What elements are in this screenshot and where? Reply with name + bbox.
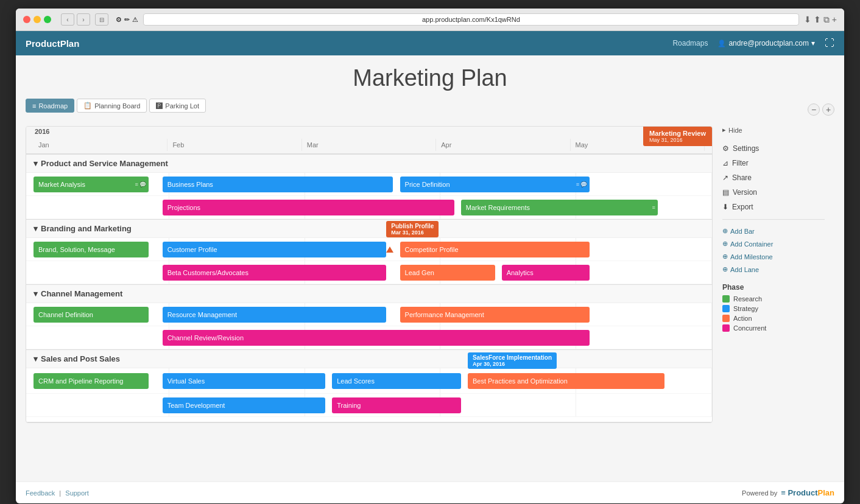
bar-channel-review[interactable]: Channel Review/Revision [163,330,590,346]
month-mar: Mar [302,139,436,151]
export-item[interactable]: ⬇ Export [722,200,825,214]
chevron-down-icon-4: ▾ [33,354,38,363]
section-channel-row-1: Channel Definition Resource Management P… [26,303,712,326]
add-bar-item[interactable]: ⊕ Add Bar [722,225,825,237]
section-sales-header[interactable]: ▾ Sales and Post Sales [26,350,712,368]
bar-market-requirements[interactable]: Market Requirements ≡ [461,200,658,215]
bar-channel-definition[interactable]: Channel Definition [33,307,149,323]
phase-research: Research [722,295,825,303]
zoom-out-button[interactable]: − [808,103,820,116]
bar-icons-3: ≡ [652,205,655,211]
minimize-button[interactable] [33,16,41,23]
tab-view-button[interactable]: ⊟ [95,13,108,26]
bar-customer-profile[interactable]: Customer Profile [163,242,387,257]
month-jan: Jan [33,139,167,151]
month-feb: Feb [167,139,301,151]
bar-virtual-sales[interactable]: Virtual Sales [163,373,325,389]
bar-lead-gen[interactable]: Lead Gen [400,265,495,281]
settings-item[interactable]: ⚙ Settings [722,141,825,156]
chevron-right-icon: ▸ [722,126,726,134]
phase-strategy: Strategy [722,305,825,312]
month-apr: Apr [436,139,570,151]
new-tab-button[interactable]: ⧉ [823,15,830,25]
section-channel: ▾ Channel Management Channe [26,285,712,350]
gantt-header: 2016 Jan Feb Mar Apr May Marketing Revie… [26,127,712,155]
section-sales: ▾ Sales and Post Sales Sale [26,350,712,422]
support-link[interactable]: Support [65,489,89,497]
section-sales-row-2: Team Development Training [26,394,712,417]
traffic-lights [23,16,51,23]
forward-button[interactable]: › [77,13,90,26]
bar-training[interactable]: Training [332,397,461,413]
add-lane-item[interactable]: ⊕ Add Lane [722,263,825,276]
bar-team-development[interactable]: Team Development [163,397,325,413]
version-item[interactable]: ▤ Version [722,185,825,200]
user-menu[interactable]: 👤 andre@productplan.com ▾ [717,39,815,47]
filter-item[interactable]: ⊿ Filter [722,156,825,170]
section-product-service-header[interactable]: ▾ Product and Service Management [26,155,712,173]
bar-best-practices[interactable]: Best Practices and Optimization [468,373,664,389]
browser-window: ‹ › ⊟ ⚙ ✏ ⚠ app.productplan.com/Kx1qwRNd… [16,9,844,503]
app-header: ProductPlan Roadmaps 👤 andre@productplan… [16,31,844,55]
add-milestone-item[interactable]: ⊕ Add Milestone [722,250,825,263]
bar-competitor-profile[interactable]: Competitor Profile [400,242,590,257]
planning-board-icon: 📋 [83,102,92,110]
add-bar-icon: ⊕ [722,227,728,235]
share-item[interactable]: ↗ Share [722,170,825,185]
section-branding-row-1: Publish Profile Mar 31, 2016 Brand, Solu… [26,238,712,261]
back-button[interactable]: ‹ [61,13,74,26]
marketing-review-milestone: Marketing Review May 31, 2016 [643,127,712,146]
section-channel-header[interactable]: ▾ Channel Management [26,285,712,303]
roadmaps-link[interactable]: Roadmaps [672,39,708,47]
bar-performance-management[interactable]: Performance Management [400,307,590,323]
roadmap-icon: ≡ [32,102,36,110]
bar-beta-customers[interactable]: Beta Customers/Advocates [163,265,387,281]
bar-resource-management[interactable]: Resource Management [163,307,387,323]
app-logo: ProductPlan [26,38,79,49]
feedback-link[interactable]: Feedback [26,489,55,497]
bar-business-plans[interactable]: Business Plans [163,177,393,192]
bar-price-definition[interactable]: Price Definition ≡ 💬 [400,177,590,192]
export-icon: ⬇ [722,203,728,211]
section-product-row-1: Market Analysis ≡ 💬 Business Plans [26,173,712,196]
section-product-row-2: Projections Market Requirements ≡ [26,196,712,219]
fullscreen-button[interactable]: ⛶ [825,38,834,49]
view-tabs: ≡ Roadmap 📋 Planning Board 🅿 Parking Lot [26,99,206,113]
close-button[interactable] [23,16,30,23]
add-tab-button[interactable]: + [832,15,837,25]
phase-strategy-dot [722,305,730,312]
hide-button[interactable]: ▸ Hide [722,126,825,134]
productplan-logo: ≡ ProductPlan [781,488,834,497]
bar-analytics[interactable]: Analytics [502,265,590,281]
bar-lead-scores[interactable]: Lead Scores [332,373,461,389]
download-button[interactable]: ⬇ [804,15,811,25]
share-icon: ↗ [722,173,728,182]
app-footer: Feedback | Support Powered by ≡ ProductP… [16,481,844,503]
bar-projections[interactable]: Projections [163,200,454,215]
bar-brand-solution[interactable]: Brand, Solution, Message [33,242,149,257]
tab-roadmap[interactable]: ≡ Roadmap [26,99,74,113]
bar-market-analysis[interactable]: Market Analysis ≡ 💬 [33,177,149,192]
section-branding-header[interactable]: ▾ Branding and Marketing [26,220,712,238]
bar-crm[interactable]: CRM and Pipeline Reporting [33,373,149,389]
milestone-arrow [386,247,393,253]
gantt-container: 2016 Jan Feb Mar Apr May Marketing Revie… [26,127,712,422]
section-branding-row-2: Beta Customers/Advocates Lead Gen Analyt… [26,261,712,284]
tab-parking-lot[interactable]: 🅿 Parking Lot [149,99,206,113]
maximize-button[interactable] [44,16,51,23]
app-body: Marketing Plan ≡ Roadmap 📋 Planning Boar… [16,55,844,481]
add-container-item[interactable]: ⊕ Add Container [722,237,825,250]
zoom-in-button[interactable]: + [822,103,834,116]
browser-actions: ⬇ ⬆ ⧉ + [804,15,837,25]
roadmap-area: 2016 Jan Feb Mar Apr May Marketing Revie… [26,126,713,423]
phase-research-dot [722,295,730,303]
salesforce-milestone: SalesForce Implementation Apr 30, 2016 [468,352,557,369]
share-button[interactable]: ⬆ [814,15,821,25]
milestone-date: May 31, 2016 [649,137,706,143]
publish-profile-milestone: Publish Profile Mar 31, 2016 [386,221,439,237]
phase-action-dot [722,315,730,322]
footer-links: Feedback | Support [26,489,91,497]
address-bar[interactable]: app.productplan.com/Kx1qwRNd [143,13,799,26]
tab-planning-board[interactable]: 📋 Planning Board [77,99,147,113]
phase-legend: Phase Research Strategy Action [722,283,825,332]
